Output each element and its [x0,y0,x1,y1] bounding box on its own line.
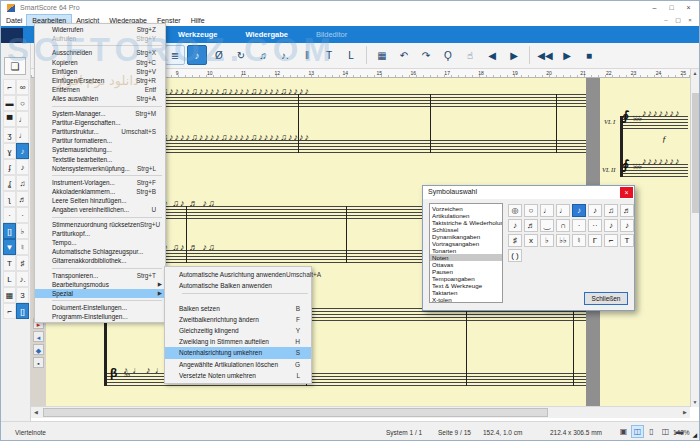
status-zoom[interactable]: 142% [673,429,690,436]
menu-item[interactable]: Instrument-Vorlagen... Strg+F ▶ [35,178,165,187]
nav-strip-button[interactable]: ◂ [33,331,44,342]
symbol-cell[interactable]: ♭♭ [556,234,570,247]
toolbar-button[interactable]: T [319,45,339,65]
toolbar-button[interactable] [366,46,367,64]
nav-strip-button[interactable]: ▪ [33,357,44,368]
menu-item[interactable]: Systemausrichtung... ▶ [35,145,165,154]
mdi-control-button[interactable]: × [684,15,696,26]
note-palette-button[interactable]: ∞ [16,79,29,95]
note-palette-button[interactable]: ʆ [3,175,16,191]
menu-item[interactable]: Gitarrenakkordbibliothek... ▶ [35,256,165,265]
symbol-cell[interactable]: ·· [588,219,602,232]
toolbar-button[interactable]: Ø [209,45,229,65]
dialog-titlebar[interactable]: Symbolauswahl × [423,186,634,199]
symbol-cell[interactable]: ♯ [508,234,522,247]
symbol-category-item[interactable]: Text & Werkzeuge [430,282,502,289]
symbol-cell[interactable]: x [524,234,538,247]
symbol-cell[interactable]: ‿ [540,219,554,232]
toolbar-button[interactable]: ▶ [504,45,524,65]
toolbar-button[interactable] [529,46,530,64]
menu-item[interactable]: Alles auswählen Strg+A ▶ [35,94,165,103]
note-palette-button[interactable]: ʅ [3,191,16,207]
note-palette-button[interactable]: ɣ [3,143,16,159]
menu-item[interactable]: Automatische Schlagzeugspur... ▶ [35,247,165,256]
note-palette-button[interactable]: T [3,255,16,271]
symbol-cell[interactable]: Γ [588,234,602,247]
note-palette-button[interactable]: ♭ [16,223,29,239]
symbol-category-item[interactable]: Pausen [430,268,502,275]
note-palette-button[interactable]: ♬ [16,191,29,207]
horizontal-scroll-thumb[interactable] [43,408,548,417]
symbol-cell[interactable]: ♪ [508,219,522,232]
dialog-close-icon[interactable]: × [620,187,633,198]
symbol-category-item[interactable]: Taktstriche & Wiederholungen [430,219,502,226]
menu-item[interactable]: Entfernen Entf ▶ [35,85,165,94]
scroll-down-icon[interactable]: ▼ [691,398,699,407]
toolbar-button[interactable]: ▶ [557,45,577,65]
submenu-item[interactable]: Zweitbalkenrichtung ändern F ▶ [165,314,311,325]
menu-item[interactable]: Partitur formatieren... ▶ [35,136,165,145]
vertical-scrollbar[interactable]: ▲ ▼ [690,69,699,407]
view-mode-button[interactable]: ▯ [646,426,657,437]
symbol-cell[interactable]: ♮ [572,234,586,247]
menu-item[interactable]: Dokument-Einstellungen... ▶ [35,303,165,312]
note-palette-button[interactable]: ○ [16,95,29,111]
crop-tool-button[interactable]: ❏ [4,57,26,75]
submenu-item[interactable]: Gleichzeitig klingend Y ▶ [165,325,311,336]
toolbar-button[interactable]: ■ [579,45,599,65]
menu-item[interactable]: Einfügen/Ersetzen Strg+R ▶ [35,76,165,85]
note-palette-button[interactable]: · [16,207,29,223]
menubar-item[interactable]: Hilfe [186,15,210,26]
symbol-cell[interactable]: ♪ [572,204,586,217]
window-control-button[interactable]: □ [663,1,680,14]
symbol-category-item[interactable]: Taktarten [430,289,502,296]
symbol-category-item[interactable]: Tonarten [430,247,502,254]
menu-item[interactable]: System-Manager... Strg+M ▶ [35,109,165,118]
menu-item[interactable]: Einfügen Strg+V ▶ [35,67,165,76]
menu-item[interactable]: Partiturstruktur... Umschalt+S ▶ [35,127,165,136]
symbol-category-item[interactable]: Dynamikangaben [430,233,502,240]
symbol-category-item[interactable]: Vortragsangaben [430,240,502,247]
symbol-cell[interactable]: ( ) [508,249,522,262]
mdi-control-button[interactable]: – [660,15,672,26]
toolbar-button[interactable]: ↷ [416,45,436,65]
submenu-item[interactable]: Angewählte Artikulationen löschen G ▶ [165,359,311,370]
note-palette-button[interactable]: ▀ [3,111,16,127]
symbol-category-item[interactable]: X-tolen [430,296,502,303]
toolbar-button[interactable]: Ϙ [438,45,458,65]
note-palette-button[interactable]: ♯ [16,255,29,271]
symbol-cell[interactable]: ♪ [620,219,634,232]
view-mode-button[interactable]: ◫ [632,426,643,437]
submenu-item[interactable]: Balken setzen B ▶ [165,303,311,314]
symbol-cell[interactable]: ♭ [540,234,554,247]
toolbar-button[interactable]: ◀ [482,45,502,65]
note-palette-button[interactable]: ⌐ [3,303,16,319]
note-palette-button[interactable]: ▬ [3,95,16,111]
menu-item[interactable]: Bearbeitungsmodus ▶ [35,280,165,289]
note-palette-button[interactable]: ♩ [16,127,29,143]
menu-item[interactable]: Aufrufen Strg+Y ▶ [35,34,165,43]
ribbon-tab[interactable]: Wiedergabe [231,26,301,43]
symbol-cell[interactable]: T [620,234,634,247]
toolbar-button[interactable]: ▦ [372,45,392,65]
symbol-cell[interactable]: ♩ [556,204,570,217]
note-palette-button[interactable]: ♮ [16,239,29,255]
submenu-item[interactable]: Notenhalsrichtung umkehren S ▶ [165,347,311,358]
file-menu-square[interactable] [1,28,23,43]
note-palette-button[interactable]: ♪. [16,271,29,287]
view-mode-button[interactable]: ▣ [618,426,629,437]
note-palette-button[interactable]: ʄ [3,159,16,175]
submenu-item[interactable]: Automatische Balken anwenden ▶ [165,280,311,291]
menubar-item[interactable]: Datei [1,15,27,26]
toolbar-button[interactable]: ☝ [460,45,480,65]
toolbar-button[interactable]: L [341,45,361,65]
horizontal-scrollbar[interactable]: ◀ ▶ [31,406,690,418]
symbol-cell[interactable]: ♪ [588,204,602,217]
mdi-control-button[interactable]: ▢ [672,15,684,26]
note-palette-button[interactable]: ♫ [16,175,29,191]
symbol-category-item[interactable]: Noten [430,254,502,261]
symbol-cell[interactable]: ♫ [604,204,618,217]
window-control-button[interactable]: – [646,1,663,14]
toolbar-button[interactable]: ≣ [165,45,185,65]
menu-item[interactable]: Stimmenzuordnung rücksetzen Strg+U ▶ [35,220,165,229]
